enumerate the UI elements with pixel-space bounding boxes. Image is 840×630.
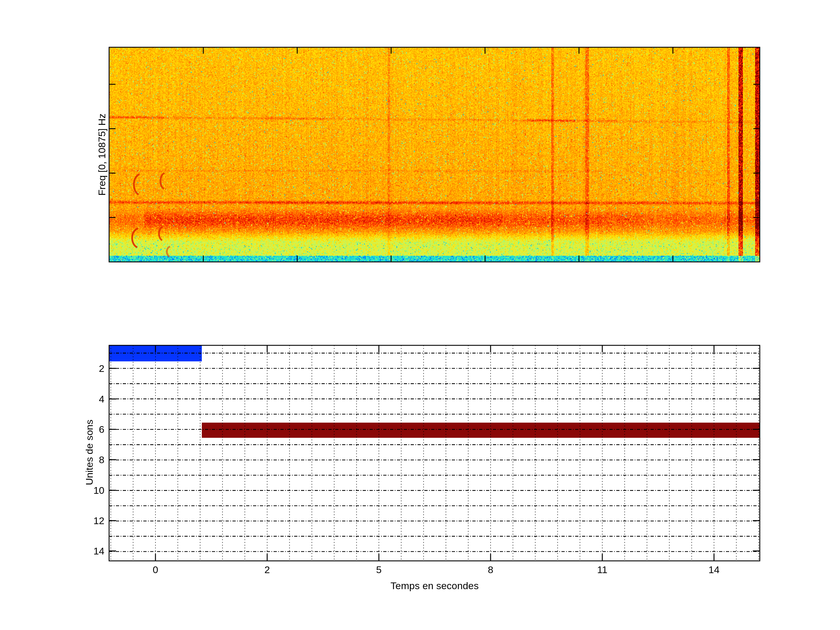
y-tick-14: 14 [93, 546, 104, 556]
spectrogram-ylabel: Freq [0, 10875] Hz [97, 114, 107, 196]
figure-page: { "figure": { "background": "#ffffff", "… [0, 0, 840, 630]
y-tick-4: 4 [99, 394, 104, 404]
time-xlabel: Temps en secondes [390, 581, 478, 591]
sound-unit-6-bar [202, 423, 760, 438]
x-tick-8: 8 [488, 565, 494, 575]
y-tick-6: 6 [99, 425, 104, 434]
y-tick-2: 2 [99, 363, 104, 373]
x-tick-5: 5 [376, 565, 382, 575]
y-tick-12: 12 [93, 516, 104, 526]
axes-layer [0, 0, 840, 630]
bar-plot-frame [109, 345, 760, 561]
x-tick-2: 2 [265, 565, 270, 575]
units-ylabel: Unites de sons [84, 420, 94, 485]
y-tick-8: 8 [99, 455, 104, 465]
y-tick-10: 10 [93, 485, 104, 495]
x-tick-11: 11 [597, 565, 607, 575]
x-tick-0: 0 [153, 565, 158, 575]
x-tick-14: 14 [709, 565, 720, 575]
spectrogram-frame [109, 47, 760, 262]
